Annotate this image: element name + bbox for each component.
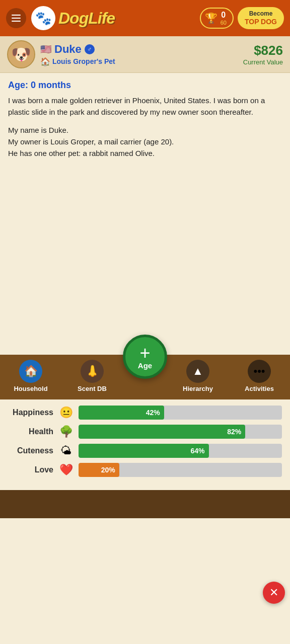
stat-bar-bg: 42% <box>79 406 282 420</box>
topdog-button[interactable]: Become TOP DOG <box>238 7 284 29</box>
household-icon: 🏠 <box>19 360 42 383</box>
stat-bar-fill: 42% <box>79 406 164 420</box>
flag-icon: 🇺🇸 <box>40 44 51 55</box>
stats-section: Happiness 😐 42% Health 🌳 82% Cuteness 🌤 … <box>0 399 290 490</box>
menu-button[interactable] <box>6 8 26 28</box>
scent-label: Scent DB <box>78 385 107 392</box>
pet-value: $826 Current Value <box>243 43 283 66</box>
stat-row: Cuteness 🌤 64% <box>8 444 282 458</box>
pet-name-row: 🇺🇸 Duke ♂ <box>40 43 115 56</box>
stat-pct: 20% <box>101 466 115 474</box>
hierarchy-label: Hierarchy <box>183 385 213 392</box>
close-button[interactable]: ✕ <box>263 582 285 604</box>
trophy-button[interactable]: 🏆 0 60 <box>200 8 234 29</box>
stat-name: Cuteness <box>8 446 53 455</box>
activities-label: Activities <box>245 385 274 392</box>
stat-emoji: 🌳 <box>58 425 74 438</box>
gender-icon: ♂ <box>85 44 95 54</box>
stat-bar-bg: 82% <box>79 425 282 439</box>
nav-item-scent[interactable]: 👃 Scent DB <box>61 360 123 392</box>
value-label: Current Value <box>243 58 283 66</box>
stat-bar-bg: 64% <box>79 444 282 458</box>
logo: 🐾 DogLife <box>31 6 115 30</box>
stat-name: Health <box>8 427 53 436</box>
nav-item-household[interactable]: 🏠 Household <box>0 360 61 392</box>
stat-pct: 42% <box>146 409 160 417</box>
stat-emoji: ❤️ <box>58 463 74 476</box>
owner-icon: 🏠 <box>40 57 50 66</box>
bio-paragraph-1: I was born a male golden retriever in Ph… <box>8 95 282 118</box>
stat-pct: 64% <box>191 447 205 455</box>
value-amount: $826 <box>243 43 283 58</box>
stat-name: Happiness <box>8 408 53 417</box>
pet-owner: Louis Groper's Pet <box>52 57 115 65</box>
trophy-count: 0 60 <box>221 11 227 26</box>
stat-emoji: 😐 <box>58 406 74 419</box>
activities-icon: ••• <box>248 360 271 383</box>
hierarchy-icon: ▲ <box>186 360 209 383</box>
age-center: + Age <box>123 335 167 379</box>
stat-pct: 82% <box>227 428 241 436</box>
household-label: Household <box>14 385 47 392</box>
stat-row: Love ❤️ 20% <box>8 463 282 477</box>
logo-icon: 🐾 <box>31 6 55 30</box>
bio-paragraph-2: My name is Duke. My owner is Louis Grope… <box>8 124 282 159</box>
logo-text: DogLife <box>58 9 115 28</box>
footer-bar <box>0 490 290 518</box>
header-right: 🏆 0 60 Become TOP DOG <box>200 7 284 29</box>
pet-info: 🇺🇸 Duke ♂ 🏠 Louis Groper's Pet <box>40 43 115 66</box>
stat-bar-fill: 64% <box>79 444 209 458</box>
pet-avatar: 🐶 <box>7 40 35 68</box>
age-header: Age: 0 months <box>8 80 282 91</box>
age-button[interactable]: + Age <box>123 335 167 379</box>
stat-bar-fill: 20% <box>79 463 119 477</box>
stat-bar-bg: 20% <box>79 463 282 477</box>
stat-row: Health 🌳 82% <box>8 425 282 439</box>
pet-owner-row: 🏠 Louis Groper's Pet <box>40 57 115 66</box>
stat-name: Love <box>8 465 53 474</box>
nav-item-activities[interactable]: ••• Activities <box>229 360 290 392</box>
stat-row: Happiness 😐 42% <box>8 406 282 420</box>
nav-item-hierarchy[interactable]: ▲ Hierarchy <box>167 360 229 392</box>
age-plus-icon: + <box>139 344 150 362</box>
scent-icon: 👃 <box>81 360 104 383</box>
main-content: Age: 0 months I was born a male golden r… <box>0 73 290 355</box>
bio-text: I was born a male golden retriever in Ph… <box>8 95 282 159</box>
bottom-nav: 🏠 Household 👃 Scent DB + Age ▲ Hierarchy… <box>0 355 290 399</box>
stat-bar-fill: 82% <box>79 425 245 439</box>
header: 🐾 DogLife 🏆 0 60 Become TOP DOG <box>0 0 290 36</box>
pet-left: 🐶 🇺🇸 Duke ♂ 🏠 Louis Groper's Pet <box>7 40 115 68</box>
pet-name: Duke <box>54 43 82 56</box>
stat-emoji: 🌤 <box>58 444 74 457</box>
header-left: 🐾 DogLife <box>6 6 115 30</box>
pet-bar: 🐶 🇺🇸 Duke ♂ 🏠 Louis Groper's Pet $826 Cu… <box>0 36 290 73</box>
age-label: Age <box>138 361 152 370</box>
trophy-icon: 🏆 <box>205 12 218 24</box>
